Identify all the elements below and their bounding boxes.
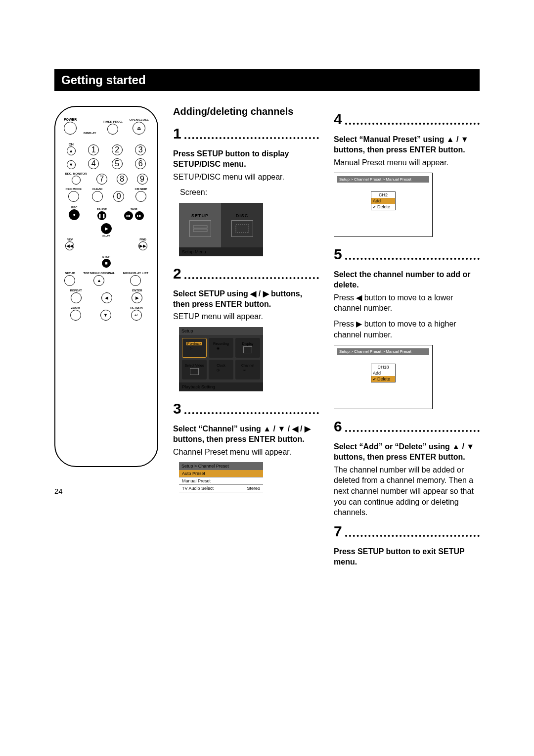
dots-icon	[184, 277, 319, 279]
svg-rect-0	[193, 226, 207, 228]
step1-num: 1	[173, 125, 181, 142]
repeat-label: REPEAT	[70, 289, 82, 292]
menu-label: MENU/ PLAY LIST	[123, 272, 148, 275]
digit-0[interactable]: 0	[113, 191, 124, 202]
dots-icon	[184, 137, 319, 139]
return-button[interactable]: ↵	[131, 310, 142, 321]
step1-body: SETUP/DISC menu will appear.	[173, 172, 319, 183]
dots-icon	[345, 535, 480, 537]
step4-add: Add	[371, 198, 395, 204]
rec-mode-button[interactable]	[68, 191, 79, 202]
left-arrow-icon: ◀	[250, 289, 256, 298]
step6-num: 6	[334, 418, 342, 435]
tv-audio-row: TV Audio Select	[182, 486, 214, 491]
step4-instr: Select “Manual Preset” using ▲ / ▼ butto…	[334, 135, 480, 155]
return-label: RETURN	[131, 306, 143, 309]
disc-tab: DISC	[236, 213, 249, 218]
step4-body: Manual Preset menu will appear.	[334, 157, 480, 168]
playback-cell: Playback	[186, 342, 202, 345]
auto-preset-row: Auto Preset	[182, 471, 205, 476]
clear-button[interactable]	[92, 191, 103, 202]
digit-1[interactable]: 1	[88, 144, 99, 155]
skip-label: SKIP	[131, 208, 137, 211]
page-number: 24	[54, 487, 158, 495]
openclose-label: OPEN/CLOSE	[130, 118, 149, 121]
digit-5[interactable]: 5	[112, 158, 123, 169]
menu-button[interactable]	[130, 275, 141, 286]
down-arrow-icon: ▼	[466, 442, 474, 451]
step2-screenshot: Setup Playback▷ Recording◉ Display Selec…	[179, 327, 263, 391]
disc-icon	[231, 220, 253, 237]
step5-delete: Delete	[371, 376, 395, 382]
step5-add: Add	[371, 370, 395, 376]
rec-label: REC	[71, 206, 78, 209]
digit-9[interactable]: 9	[137, 174, 148, 185]
step2-instr: Select SETUP using ◀ / ▶ buttons, then p…	[173, 289, 319, 310]
dots-icon	[345, 258, 480, 260]
cm-skip-button[interactable]	[135, 191, 146, 202]
step3-screenshot: Setup > Channel Preset Auto Preset Manua…	[179, 462, 263, 531]
digit-4[interactable]: 4	[88, 158, 99, 169]
setup-button[interactable]	[64, 275, 75, 286]
nav-up-button[interactable]: ▲	[93, 275, 104, 286]
dots-icon	[184, 412, 319, 414]
dots-icon	[345, 123, 480, 125]
setup-label: SETUP	[65, 272, 75, 275]
nav-left-button[interactable]: ◀	[101, 292, 112, 303]
remote-control: POWER DISPLAY TIMER PROG. OPEN/CLOSE⏏ CH…	[54, 106, 158, 467]
timer-button[interactable]	[107, 124, 118, 135]
nav-right-button[interactable]: ▶	[132, 292, 142, 303]
digit-6[interactable]: 6	[135, 158, 146, 169]
step1-screenshot: SETUP DISC Setup Menu	[179, 203, 263, 256]
step2-screen-top: Setup	[179, 327, 263, 335]
eject-button[interactable]: ⏏	[133, 122, 145, 135]
record-icon: ◉	[217, 346, 225, 353]
remote-column: POWER DISPLAY TIMER PROG. OPEN/CLOSE⏏ CH…	[54, 106, 158, 569]
header-bar: Getting started	[54, 69, 480, 91]
ch-up-button[interactable]: ▲	[67, 146, 76, 155]
rec-button[interactable]: ●	[69, 209, 80, 220]
digit-7[interactable]: 7	[96, 174, 107, 185]
stop-button[interactable]: ■	[102, 259, 111, 268]
cmskip-label: CM SKIP	[134, 188, 147, 190]
power-button[interactable]	[64, 122, 77, 135]
step5-crumb: Setup > Channel Preset > Manual Preset	[337, 348, 429, 355]
play-label: PLAY	[102, 235, 110, 237]
rev-button[interactable]: ◀◀	[65, 241, 74, 250]
step2-num: 2	[173, 265, 181, 282]
step4-channel: CH2	[371, 192, 395, 198]
antenna-icon: ᚚ	[243, 368, 252, 375]
nav-down-button[interactable]: ▼	[100, 310, 111, 321]
ch-label: CH	[69, 142, 74, 146]
step5-instr: Select the channel number to add or dele…	[334, 270, 480, 290]
left-arrow-icon: ◀	[292, 425, 298, 433]
digit-3[interactable]: 3	[135, 144, 146, 155]
rec-monitor-button[interactable]	[72, 176, 81, 185]
right-arrow-icon: ▶	[263, 289, 269, 298]
zoom-label: ZOOM	[71, 306, 80, 309]
video-icon	[190, 368, 199, 375]
play-button[interactable]: ▶	[101, 223, 112, 234]
right-arrow-icon: ▶	[356, 320, 362, 328]
skip-next-button[interactable]: ⏭	[135, 211, 144, 220]
clear-label: CLEAR	[92, 188, 103, 190]
setup-icon	[189, 220, 211, 237]
skip-prev-button[interactable]: ⏮	[124, 211, 133, 220]
fwd-button[interactable]: ▶▶	[138, 241, 147, 250]
display-label: DISPLAY	[84, 132, 96, 135]
step3-num: 3	[173, 400, 181, 417]
pause-button[interactable]: ❚❚	[97, 211, 106, 220]
clock-cell: Clock	[217, 364, 225, 367]
step3-body: Channel Preset menu will appear.	[173, 447, 319, 458]
svg-rect-1	[193, 229, 207, 232]
repeat-button[interactable]	[71, 292, 82, 303]
zoom-button[interactable]	[70, 310, 81, 321]
digit-8[interactable]: 8	[117, 174, 128, 185]
step5-body2: Press ▶ button to move to a higher chann…	[334, 319, 480, 340]
digit-2[interactable]: 2	[112, 144, 123, 155]
step5-body1: Press ◀ button to move to a lower channe…	[334, 292, 480, 314]
timer-label: TIMER PROG.	[103, 120, 123, 123]
enter-label: ENTER	[132, 289, 142, 292]
clock-icon: ◷	[217, 368, 225, 375]
ch-down-button[interactable]: ▼	[67, 160, 76, 169]
